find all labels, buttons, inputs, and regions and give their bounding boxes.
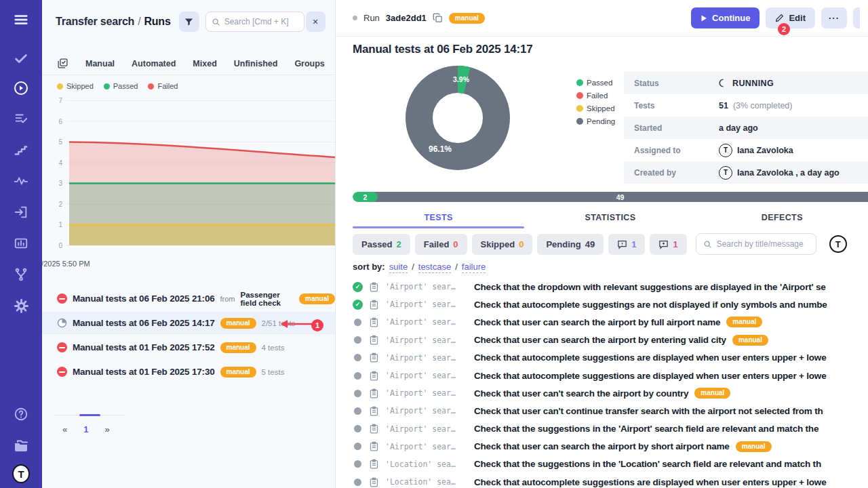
manual-badge: manual — [694, 388, 730, 399]
tab-tests[interactable]: TESTS — [353, 207, 524, 228]
filter-failed-chip[interactable]: Failed 0 — [415, 234, 467, 255]
copy-icon[interactable] — [433, 13, 443, 23]
test-row[interactable]: 'Airport' sear… Check that user can sear… — [336, 438, 868, 455]
avatar: T — [719, 144, 732, 157]
comment-exclamation-icon — [617, 239, 627, 249]
test-row[interactable]: 'Location' sea… Check that the suggestio… — [336, 455, 868, 473]
test-row[interactable]: 'Airport' sear… Check that the suggestio… — [336, 420, 868, 438]
assignee-filter-avatar[interactable]: T — [829, 235, 847, 253]
svg-text:96.1%: 96.1% — [429, 144, 452, 154]
sort-by-testcase[interactable]: testcase — [418, 262, 451, 273]
pending-status-icon — [354, 354, 361, 361]
pending-status-icon — [354, 336, 361, 344]
manual-badge: manual — [220, 342, 256, 353]
settings-gear-icon[interactable] — [12, 297, 30, 314]
test-row[interactable]: 'Airport' sear… Check that user can't co… — [336, 402, 868, 420]
test-result-list: ✓ 'Airport' sear… Check that the dropdow… — [336, 278, 868, 488]
testcase-icon — [369, 335, 379, 345]
tab-unfinished[interactable]: Unfinished — [234, 59, 278, 68]
projects-folder-icon[interactable] — [12, 436, 30, 454]
edit-button[interactable]: Edit — [766, 7, 815, 28]
detail-row-assigned: Assigned to T Iana Zavoloka — [624, 139, 868, 161]
run-failed-icon — [57, 293, 67, 304]
pagination-next[interactable]: » — [104, 424, 109, 434]
pagination-page-1[interactable]: 1 — [83, 424, 88, 434]
test-row[interactable]: 'Airport' sear… Check that user can sear… — [336, 331, 868, 349]
help-icon[interactable] — [12, 405, 30, 423]
spinner-icon — [719, 79, 728, 87]
tab-groups[interactable]: Groups — [294, 59, 324, 68]
tab-manual[interactable]: Manual — [85, 59, 115, 68]
steps-icon[interactable] — [12, 142, 30, 159]
run-failed-icon — [57, 342, 67, 352]
filter-passed-chip[interactable]: Passed 2 — [353, 234, 410, 255]
svg-text:3: 3 — [58, 180, 62, 187]
tab-statistics[interactable]: STATISTICS — [524, 207, 696, 228]
sign-in-icon[interactable] — [12, 203, 30, 221]
funnel-icon — [184, 17, 194, 27]
sort-by-failure[interactable]: failure — [462, 262, 486, 273]
attachments-filter-chip[interactable]: 1 — [650, 234, 686, 255]
manual-badge: manual — [449, 13, 485, 24]
test-list-icon[interactable] — [12, 110, 30, 127]
test-runs-icon[interactable] — [12, 79, 30, 97]
test-row[interactable]: ✓ 'Airport' sear… Check that the dropdow… — [336, 278, 868, 296]
filter-button[interactable] — [179, 12, 199, 32]
run-list-item[interactable]: Manual tests at 06 Feb 2025 21:06 from P… — [42, 287, 335, 310]
app-window: T Transfer search/Runs × — [0, 0, 868, 488]
detail-row-started: Started a day ago — [624, 117, 868, 139]
testcase-icon — [369, 441, 379, 451]
filter-pending-chip[interactable]: Pending 49 — [537, 234, 604, 255]
test-row[interactable]: 'Airport' sear… Check that autocomplete … — [336, 349, 868, 367]
test-row[interactable]: 'Airport' sear… Check that user can sear… — [336, 313, 868, 331]
tab-automated[interactable]: Automated — [132, 59, 176, 68]
brand-avatar[interactable]: T — [12, 465, 30, 483]
manual-badge: manual — [726, 317, 762, 327]
select-all-icon[interactable] — [57, 58, 68, 69]
passed-status-icon: ✓ — [353, 300, 363, 310]
tests-search-box — [696, 233, 816, 255]
runs-search-input[interactable] — [224, 17, 292, 26]
passed-status-icon: ✓ — [353, 282, 363, 292]
avatar: T — [719, 166, 732, 180]
run-detail-tabs: TESTS STATISTICS DEFECTS — [353, 207, 868, 228]
results-donut-chart: 3.9% 96.1% — [406, 66, 510, 173]
checkmark-icon[interactable] — [12, 49, 30, 67]
testcase-icon — [369, 388, 379, 399]
tests-search-input[interactable] — [717, 239, 808, 249]
menu-icon[interactable] — [12, 11, 30, 28]
filter-skipped-chip[interactable]: Skipped 0 — [472, 234, 533, 255]
pending-status-icon — [354, 407, 361, 415]
ellipsis-icon: ··· — [829, 13, 840, 23]
progress-pending-segment: 49 — [372, 192, 868, 202]
close-panel-button[interactable]: × — [306, 12, 326, 32]
runs-area-chart: 7 6 5 4 3 2 1 0 — [42, 94, 336, 258]
tab-mixed[interactable]: Mixed — [193, 59, 216, 68]
run-list-item[interactable]: Manual tests at 01 Feb 2025 17:52 manual… — [42, 336, 335, 359]
test-row[interactable]: 'Airport' sear… Check that autocomplete … — [336, 367, 868, 384]
more-actions-button[interactable]: ··· — [821, 7, 847, 28]
activity-icon[interactable] — [12, 172, 30, 190]
breadcrumb-project[interactable]: Transfer search — [56, 16, 134, 27]
run-list-item[interactable]: Manual tests at 01 Feb 2025 17:30 manual… — [42, 361, 335, 383]
comments-filter-chip[interactable]: 1 — [608, 234, 645, 255]
manual-badge: manual — [220, 367, 256, 378]
test-row[interactable]: 'Location' sea… Check that autocomplete … — [336, 473, 868, 488]
pagination-prev[interactable]: « — [62, 424, 67, 434]
run-id: 3ade2dd1 — [386, 13, 427, 23]
tab-defects[interactable]: DEFECTS — [696, 207, 868, 228]
branch-icon[interactable] — [12, 266, 30, 283]
pending-legend-dot — [576, 118, 583, 125]
donut-legend: Passed Failed Skipped Pending — [576, 79, 615, 125]
manual-badge: manual — [736, 441, 772, 452]
testcase-icon — [369, 352, 379, 363]
pending-status-icon — [354, 390, 361, 397]
sort-by-suite[interactable]: suite — [389, 262, 408, 273]
skipped-legend-dot — [576, 105, 583, 112]
detail-row-created: Created by T Iana Zavoloka , a day ago — [624, 161, 868, 184]
test-row[interactable]: ✓ 'Airport' sear… Check that autocomplet… — [336, 296, 868, 313]
reports-icon[interactable] — [12, 235, 30, 252]
continue-button[interactable]: Continue — [691, 7, 760, 28]
header-overflow-button-partial[interactable] — [853, 7, 860, 28]
test-row[interactable]: 'Airport' sear… Check that user can't se… — [336, 384, 868, 402]
